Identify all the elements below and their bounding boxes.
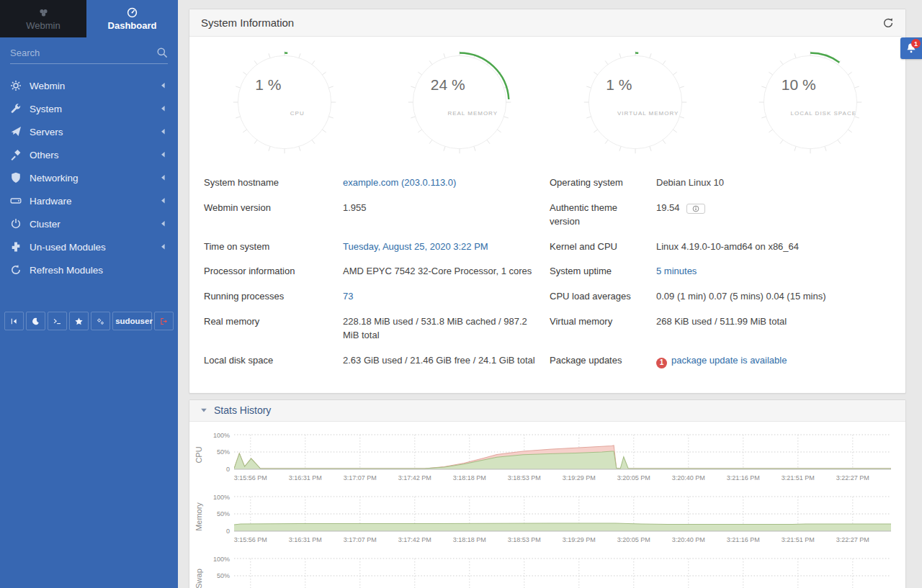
gauge-value: 24 %	[431, 76, 465, 94]
chevron-left-icon	[158, 150, 169, 160]
gauge-label: REAL MEMORY	[436, 110, 509, 117]
stats-history-header[interactable]: Stats History	[189, 400, 905, 422]
search-icon[interactable]	[156, 47, 168, 58]
search-input[interactable]	[10, 48, 156, 58]
terminal-icon	[53, 317, 61, 325]
info-label: System hostname	[204, 171, 343, 196]
gauge-label: LOCAL DISK SPACE	[787, 110, 860, 117]
info-value-link[interactable]: example.com (203.0.113.0)	[343, 177, 456, 188]
sidebar-item-refresh-modules[interactable]: Refresh Modules	[0, 258, 178, 281]
gauge-local-disk-space: 10 % LOCAL DISK SPACE	[756, 48, 864, 156]
x-axis-tick-label: 3:21:51 PM	[782, 474, 815, 481]
sidebar-item-label: Networking	[30, 173, 79, 184]
sidebar-item-label: Others	[30, 150, 59, 160]
sidebar-item-hardware[interactable]: Hardware	[0, 189, 178, 212]
gauge-label: VIRTUAL MEMORY	[612, 110, 685, 117]
info-value: AMD EPYC 7542 32-Core Processor, 1 cores	[343, 266, 532, 276]
sidebar-item-cluster[interactable]: Cluster	[0, 212, 178, 235]
info-label: System uptime	[550, 259, 656, 284]
system-info-table: System hostnameexample.com (203.0.113.0)…	[204, 171, 891, 374]
chevron-left-icon	[158, 173, 169, 183]
gauge-real-memory: 24 % REAL MEMORY	[406, 48, 514, 156]
info-value-cell: 1package update is available	[656, 348, 891, 374]
tab-webmin-logo[interactable]: Webmin	[0, 0, 86, 37]
info-label: Real memory	[204, 309, 343, 348]
x-axis-tick-label: 3:16:31 PM	[289, 474, 322, 481]
sidebar-item-webmin[interactable]: Webmin	[0, 74, 178, 97]
info-label: Virtual memory	[550, 309, 656, 348]
x-axis-tick-label: 3:22:27 PM	[836, 536, 869, 543]
chevron-left-icon	[158, 242, 169, 252]
chart-plot-area: 3:15:56 PM3:16:31 PM3:17:07 PM3:17:42 PM…	[234, 556, 891, 588]
sidebar-item-label: System	[30, 104, 62, 114]
chart-y-axis: 100%50%0	[208, 494, 234, 534]
x-axis-tick-label: 3:19:29 PM	[563, 474, 596, 481]
dashboard-tab-label: Dashboard	[108, 20, 157, 31]
tab-dashboard[interactable]: Dashboard	[86, 0, 178, 37]
star-icon	[75, 317, 83, 325]
y-axis-tick-label: 100%	[213, 556, 230, 563]
sidebar-item-label: Refresh Modules	[30, 265, 103, 276]
x-axis-tick-label: 3:17:42 PM	[398, 536, 431, 543]
info-label: CPU load averages	[550, 284, 656, 309]
collapse-sidebar-button[interactable]	[4, 312, 24, 330]
chevron-left-icon	[158, 104, 169, 114]
info-value: 19.54	[656, 202, 680, 213]
chevron-down-icon	[199, 405, 209, 415]
info-value-link[interactable]: package update is available	[671, 355, 787, 366]
chevron-left-icon	[158, 196, 169, 206]
info-value-link[interactable]: 5 minutes	[656, 266, 697, 276]
user-button[interactable]: sudouser	[112, 312, 152, 330]
gauge-value: 1 %	[606, 76, 632, 94]
info-value: Linux 4.19.0-10-amd64 on x86_64	[656, 241, 799, 252]
sidebar-item-networking[interactable]: Networking	[0, 166, 178, 189]
info-value-cell: 268 KiB used / 511.99 MiB total	[656, 309, 891, 348]
chart-plot-area: 3:15:56 PM3:16:31 PM3:17:07 PM3:17:42 PM…	[234, 494, 891, 547]
info-value-link[interactable]: 73	[343, 291, 353, 302]
logout-button[interactable]	[154, 312, 174, 330]
chart-x-axis: 3:15:56 PM3:16:31 PM3:17:07 PM3:17:42 PM…	[234, 536, 891, 547]
sidebar-item-system[interactable]: System	[0, 97, 178, 120]
y-axis-tick-label: 0	[226, 528, 230, 535]
info-label: Time on system	[204, 235, 343, 260]
sidebar-item-label: Un-used Modules	[30, 242, 106, 253]
x-axis-tick-label: 3:18:18 PM	[453, 474, 486, 481]
chevron-left-icon	[158, 219, 169, 229]
info-value: 0.09 (1 min) 0.07 (5 mins) 0.04 (15 mins…	[656, 291, 826, 302]
signout-icon	[160, 317, 168, 325]
favorites-button[interactable]	[69, 312, 89, 330]
sidebar-item-un-used-modules[interactable]: Un-used Modules	[0, 235, 178, 258]
hdd-icon	[10, 195, 22, 207]
terminal-button[interactable]	[48, 312, 67, 330]
sidebar-item-servers[interactable]: Servers	[0, 120, 178, 143]
info-value-cell: 19.54	[656, 196, 891, 235]
x-axis-tick-label: 3:17:42 PM	[398, 474, 431, 481]
info-value-link[interactable]: Tuesday, August 25, 2020 3:22 PM	[343, 241, 488, 252]
sidebar-item-others[interactable]: Others	[0, 143, 178, 166]
x-axis-tick-label: 3:20:40 PM	[672, 536, 705, 543]
system-information-header: System Information	[189, 9, 905, 37]
chart-axis-title: CPU	[189, 432, 208, 485]
night-mode-button[interactable]	[26, 312, 45, 330]
chart-axis-title: Swap	[189, 556, 208, 588]
chevron-left-icon	[158, 81, 169, 91]
sidebar-tabs: Webmin Dashboard	[0, 0, 178, 37]
info-label: Webmin version	[204, 196, 343, 235]
y-axis-tick-label: 100%	[213, 432, 230, 439]
gavel-icon	[10, 149, 22, 160]
info-value-cell: Tuesday, August 25, 2020 3:22 PM	[343, 235, 550, 260]
stats-charts: CPU100%50%03:15:56 PM3:16:31 PM3:17:07 P…	[189, 422, 905, 588]
x-axis-tick-label: 3:15:56 PM	[234, 536, 267, 543]
gauges-row: 1 % CPU 24 % REAL MEMORY 1 % VIRTUAL MEM…	[189, 37, 905, 158]
x-axis-tick-label: 3:21:16 PM	[727, 536, 760, 543]
sidebar-item-label: Webmin	[30, 81, 65, 91]
notifications-tab[interactable]: 1	[900, 37, 922, 59]
chart-axis-title: Memory	[189, 494, 208, 547]
chart-x-axis: 3:15:56 PM3:16:31 PM3:17:07 PM3:17:42 PM…	[234, 474, 891, 485]
refresh-page-button[interactable]	[882, 17, 894, 29]
theme-settings-button[interactable]	[91, 312, 110, 330]
theme-info-button[interactable]	[686, 204, 705, 214]
x-axis-tick-label: 3:20:40 PM	[672, 474, 705, 481]
info-label: Operating system	[550, 171, 656, 196]
x-axis-tick-label: 3:15:56 PM	[234, 474, 267, 481]
